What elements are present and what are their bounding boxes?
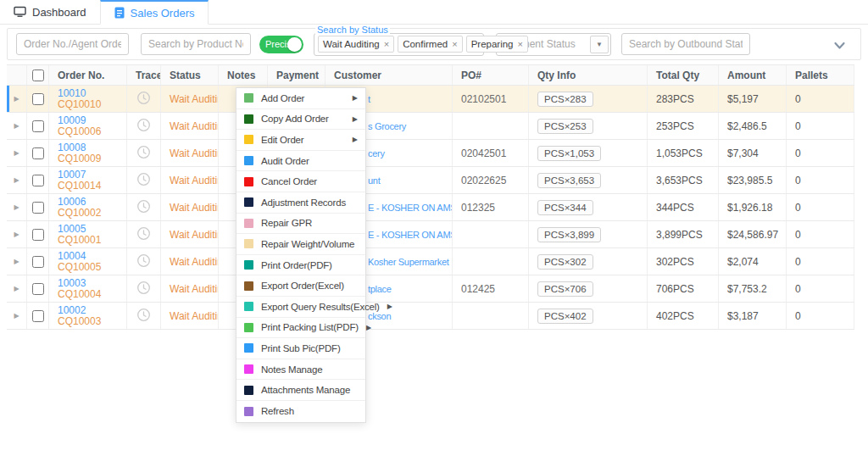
trace-clock-icon[interactable] [136,199,151,216]
menu-item-export-order-excel[interactable]: Export Order(Excel) [236,275,365,297]
tab-bar: Dashboard Sales Orders [0,0,868,25]
menu-item-export-query-results[interactable]: Export Query Results(Excel)▶ [236,297,365,318]
menu-item-add-order[interactable]: Add Order▶ [236,88,365,109]
row-expand-icon[interactable]: ▶ [14,312,19,320]
pallets-cell: 0 [787,194,854,220]
row-checkbox[interactable] [32,229,44,241]
qty-badge: PCS×1,053 [537,146,601,161]
customer-link[interactable]: ckson [368,311,391,321]
row-expand-icon[interactable]: ▶ [14,231,19,238]
row-expand-icon[interactable]: ▶ [14,122,19,130]
tag-remove-icon[interactable]: × [452,39,457,49]
row-checkbox[interactable] [32,202,44,214]
header-checkbox-cell [27,65,49,85]
notes-manage-icon [244,364,253,374]
menu-item-print-sub-pic[interactable]: Print Sub Pic(PDF) [236,338,365,359]
precise-toggle[interactable]: Precise [259,36,303,53]
menu-item-print-order-pdf[interactable]: Print Order(PDF) [236,255,365,276]
order-no-cell: 10007 CQ10014 [49,167,127,193]
header-expand-cell [7,65,27,85]
trace-clock-icon[interactable] [136,172,151,189]
order-no-cell: 10002 CQ10003 [49,303,127,329]
customer-link[interactable]: unt [368,175,380,186]
customer-link[interactable]: t [368,94,370,104]
order-no-search-input[interactable] [16,33,129,55]
collapse-filters-chevron-icon[interactable] [832,38,847,55]
customer-link[interactable]: Kosher Supermarket [368,257,448,267]
status-tag-box[interactable]: Wait Auditing × Confirmed × Preparing × [314,33,484,56]
trace-clock-icon[interactable] [136,253,151,270]
menu-item-print-packing-list[interactable]: Print Packing List(PDF)▶ [236,318,365,339]
order-no-link[interactable]: 10004 [58,251,86,262]
tab-dashboard[interactable]: Dashboard [0,0,100,24]
status-cell: Wait Auditing [161,167,219,193]
order-no-link[interactable]: 10003 [58,278,86,289]
tab-sales-orders[interactable]: Sales Orders [100,0,209,25]
amount-cell: $1,926.18 [719,194,787,220]
submenu-arrow-icon: ▶ [353,115,358,123]
row-checkbox[interactable] [32,120,44,132]
order-no-link[interactable]: 10010 [58,88,86,99]
amount-cell: $7,753.2 [719,275,787,302]
tag-remove-icon[interactable]: × [384,39,389,49]
trace-clock-icon[interactable] [136,226,151,243]
menu-item-repair-gpr[interactable]: Repair GPR [236,214,365,235]
po-cell: 012325 [453,194,529,220]
menu-item-notes-manage[interactable]: Notes Manage [236,359,365,381]
row-expand-icon[interactable]: ▶ [14,258,19,265]
qty-badge: PCS×283 [537,92,593,107]
trace-clock-icon[interactable] [136,145,151,162]
pallets-cell: 0 [787,113,854,139]
row-checkbox[interactable] [32,147,44,159]
menu-item-refresh[interactable]: Refresh [236,401,365,422]
trace-clock-icon[interactable] [136,281,151,298]
amount-cell: $7,304 [719,140,787,166]
menu-item-label: Copy Add Order [261,114,329,124]
order-no-link[interactable]: 10007 [58,170,86,181]
row-checkbox[interactable] [32,283,44,295]
row-checkbox[interactable] [32,93,44,105]
menu-item-edit-order[interactable]: Edit Order▶ [236,130,365,151]
row-checkbox[interactable] [32,175,44,186]
status-cell: Wait Auditing [161,86,219,112]
order-no-link[interactable]: 10009 [58,115,86,126]
status-cell: Wait Auditing [161,140,219,166]
customer-link[interactable]: cery [368,148,385,158]
trace-clock-icon[interactable] [136,308,151,325]
total-qty-cell: 344PCS [648,194,719,220]
row-expand-icon[interactable]: ▶ [14,149,19,157]
menu-item-label: Cancel Order [261,176,317,186]
menu-item-repair-weight-volume[interactable]: Repair Weight/Volume [236,234,365,255]
trace-clock-icon[interactable] [136,118,151,135]
order-no-link[interactable]: 10005 [58,224,86,235]
amount-cell: $2,074 [719,248,787,275]
menu-item-copy-add-order[interactable]: Copy Add Order▶ [236,109,365,131]
menu-item-adjustment-records[interactable]: Adjustment Records [236,192,365,214]
table-row: ▶ 10004 CQ10005 Wait Auditing Kosher Sup… [7,248,854,275]
customer-link[interactable]: E - KOSHER ON AMSTE... [368,230,453,240]
order-no-link[interactable]: 10008 [58,142,86,153]
row-expand-icon[interactable]: ▶ [14,203,19,211]
row-checkbox[interactable] [32,310,44,322]
agent-order-no: CQ10004 [58,289,101,300]
order-no-link[interactable]: 10006 [58,197,86,208]
row-checkbox[interactable] [32,256,44,268]
menu-item-attachments-manage[interactable]: Attachments Manage [236,380,365,401]
tag-remove-icon[interactable]: × [518,39,523,49]
trace-clock-icon[interactable] [136,91,151,108]
customer-link[interactable]: E - KOSHER ON AMSTE... [368,203,453,213]
row-expand-icon[interactable]: ▶ [14,95,19,103]
outbound-status-search-input[interactable] [621,33,750,55]
select-all-checkbox[interactable] [32,70,44,81]
pallets-cell: 0 [787,221,854,247]
customer-link[interactable]: s Grocery [368,121,406,131]
row-expand-icon[interactable]: ▶ [14,285,19,292]
menu-item-cancel-order[interactable]: Cancel Order [236,171,365,192]
menu-item-label: Print Packing List(PDF) [261,322,359,332]
row-expand-icon[interactable]: ▶ [14,176,19,184]
order-no-link[interactable]: 10002 [58,305,86,316]
export-query-results-icon [244,302,253,311]
product-no-search-input[interactable] [141,33,251,55]
menu-item-audit-order[interactable]: Audit Order [236,151,365,172]
customer-link[interactable]: tplace [368,284,392,294]
